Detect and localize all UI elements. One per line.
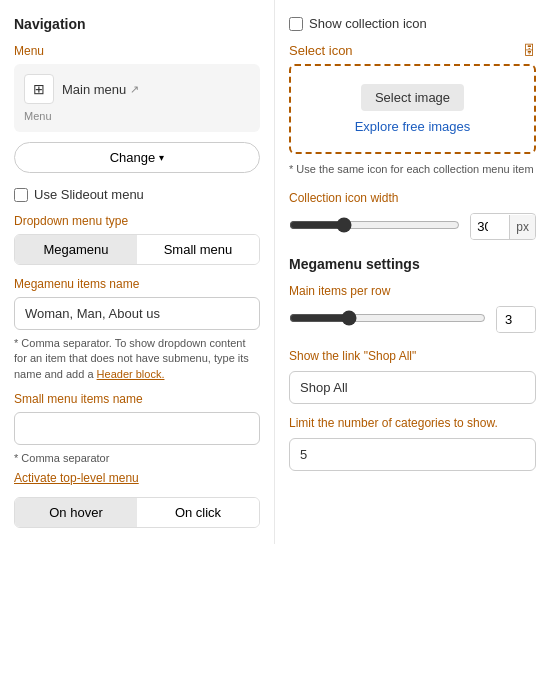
collection-width-number-unit: px [470, 213, 536, 240]
collection-width-unit: px [509, 215, 535, 239]
hover-click-toggle: On hover On click [14, 497, 260, 528]
megamenu-settings-title: Megamenu settings [289, 256, 536, 272]
external-link-icon: ↗ [130, 83, 139, 96]
items-per-row-slider[interactable] [289, 310, 486, 326]
activate-top-level-link[interactable]: Activate top-level menu [14, 471, 260, 485]
collection-width-slider[interactable] [289, 217, 460, 233]
icon-note-text: * Use the same icon for each collection … [289, 162, 536, 177]
change-button[interactable]: Change ▾ [14, 142, 260, 173]
show-shop-all-label: Show the link "Shop All" [289, 349, 536, 363]
image-upload-box: Select image Explore free images [289, 64, 536, 154]
menu-icon: ⊞ [33, 81, 45, 97]
items-per-row-number-unit [496, 306, 536, 333]
shop-all-input[interactable] [289, 371, 536, 404]
menu-field-label: Menu [14, 44, 260, 58]
megamenu-items-label: Megamenu items name [14, 277, 260, 291]
megamenu-items-input[interactable] [14, 297, 260, 330]
section-title: Navigation [14, 16, 260, 32]
collection-width-input[interactable] [471, 214, 509, 239]
menu-name-text: Main menu [62, 82, 126, 97]
slideout-checkbox[interactable] [14, 188, 28, 202]
collection-width-slider-wrap [289, 217, 460, 236]
menu-sub-label: Menu [24, 110, 250, 122]
show-collection-label: Show collection icon [309, 16, 427, 31]
limit-categories-input[interactable] [289, 438, 536, 471]
main-items-per-row-label: Main items per row [289, 284, 536, 298]
megamenu-toggle-btn[interactable]: Megamenu [15, 235, 137, 264]
menu-item-row: ⊞ Main menu ↗ [24, 74, 250, 104]
show-collection-row: Show collection icon [289, 16, 536, 31]
select-icon-label-text: Select icon [289, 43, 353, 58]
collection-width-slider-row: px [289, 213, 536, 240]
on-click-btn[interactable]: On click [137, 498, 259, 527]
menu-icon-box: ⊞ [24, 74, 54, 104]
header-block-link[interactable]: Header block. [97, 368, 165, 380]
small-menu-label: Small menu items name [14, 392, 260, 406]
left-panel: Navigation Menu ⊞ Main menu ↗ Menu Chang… [0, 0, 275, 544]
menu-box: ⊞ Main menu ↗ Menu [14, 64, 260, 132]
slideout-label: Use Slideout menu [34, 187, 144, 202]
items-per-row-slider-row [289, 306, 536, 333]
items-per-row-input[interactable] [497, 307, 535, 332]
right-panel: Show collection icon Select icon 🗄 Selec… [275, 0, 550, 544]
dropdown-type-label: Dropdown menu type [14, 214, 260, 228]
limit-categories-label: Limit the number of categories to show. [289, 416, 536, 430]
on-hover-btn[interactable]: On hover [15, 498, 137, 527]
select-image-button[interactable]: Select image [361, 84, 464, 111]
explore-free-images-link[interactable]: Explore free images [355, 119, 471, 134]
show-collection-checkbox[interactable] [289, 17, 303, 31]
menu-name-row: Main menu ↗ [62, 82, 139, 97]
items-per-row-slider-wrap [289, 310, 486, 329]
collection-width-label: Collection icon width [289, 191, 536, 205]
small-menu-input[interactable] [14, 412, 260, 445]
small-menu-hint: * Comma separator [14, 451, 260, 466]
slideout-checkbox-row: Use Slideout menu [14, 187, 260, 202]
dropdown-type-toggle: Megamenu Small menu [14, 234, 260, 265]
select-icon-header: Select icon 🗄 [289, 43, 536, 58]
small-menu-toggle-btn[interactable]: Small menu [137, 235, 259, 264]
megamenu-hint-text: * Comma separator. To show dropdown cont… [14, 336, 260, 382]
database-icon: 🗄 [523, 43, 536, 58]
change-button-label: Change [110, 150, 156, 165]
chevron-down-icon: ▾ [159, 152, 164, 163]
